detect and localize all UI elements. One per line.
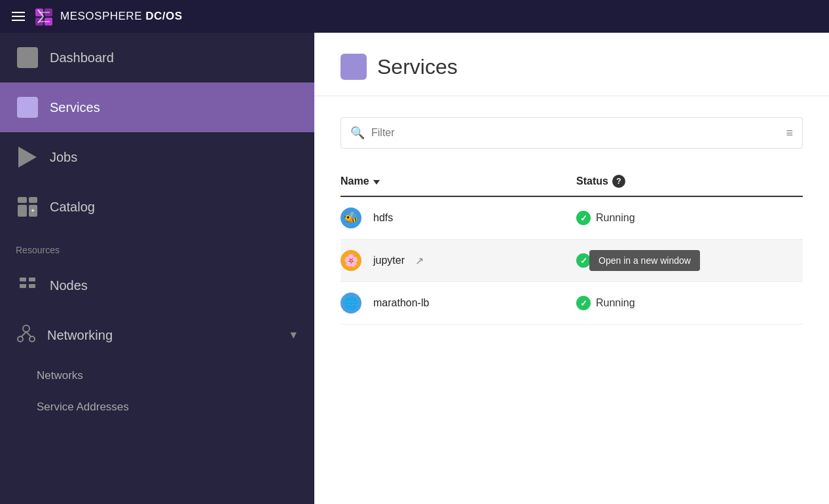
- dashboard-icon: [16, 46, 39, 69]
- sidebar-item-networking[interactable]: Networking ▼: [0, 310, 314, 360]
- filter-input[interactable]: [365, 127, 786, 139]
- service-name-cell: 🐝 hdfs: [341, 207, 576, 228]
- services-icon: [16, 96, 39, 119]
- status-text: Running: [596, 212, 635, 224]
- table-row[interactable]: 🌸 jupyter ↗︎ Running Open in a new windo…: [341, 240, 803, 282]
- svg-point-12: [29, 336, 35, 342]
- service-status-cell: Running: [576, 296, 746, 310]
- svg-rect-6: [20, 278, 26, 281]
- services-header-icon: [341, 54, 367, 80]
- service-status-cell: Running: [576, 211, 746, 225]
- status-text: Running: [596, 255, 635, 266]
- service-status-cell: Running: [576, 253, 746, 268]
- sidebar-item-label: Nodes: [50, 278, 88, 293]
- sidebar: Dashboard Services Jobs + Catalog: [0, 33, 314, 504]
- topbar: MESOSPHERE DC/OS: [0, 0, 829, 33]
- running-dot-icon: [576, 253, 591, 268]
- logo-text: MESOSPHERE DC/OS: [60, 10, 183, 23]
- svg-rect-7: [29, 278, 35, 281]
- table-header: Name Status ?: [341, 167, 803, 197]
- running-badge: Running: [576, 296, 635, 310]
- svg-line-14: [26, 332, 31, 336]
- content-area: Services 🔍 ≡ Name Statu: [314, 33, 829, 504]
- sidebar-item-label: Jobs: [50, 150, 77, 165]
- resources-label: Resources: [0, 232, 314, 261]
- running-dot-icon: [576, 296, 591, 310]
- status-help-icon[interactable]: ?: [612, 175, 625, 188]
- catalog-icon: +: [16, 195, 39, 219]
- sidebar-item-label: Catalog: [50, 200, 95, 215]
- svg-line-13: [22, 332, 26, 336]
- sidebar-sub-item-service-addresses[interactable]: Service Addresses: [0, 391, 314, 423]
- jupyter-icon: 🌸: [341, 250, 361, 271]
- sidebar-sub-item-networks[interactable]: Networks: [0, 360, 314, 391]
- app-logo: MESOSPHERE DC/OS: [34, 7, 183, 26]
- content-body: 🔍 ≡ Name Status ?: [314, 96, 829, 504]
- running-badge: Running: [576, 253, 635, 268]
- sidebar-item-catalog[interactable]: + Catalog: [0, 182, 314, 232]
- table-row[interactable]: 🌐 marathon-lb Running: [341, 282, 803, 325]
- service-name: hdfs: [373, 212, 393, 224]
- sidebar-item-label: Networking: [47, 328, 113, 343]
- status-text: Running: [596, 297, 635, 309]
- svg-rect-8: [20, 284, 26, 288]
- sidebar-item-services[interactable]: Services: [0, 82, 314, 132]
- content-header: Services: [314, 33, 829, 96]
- search-icon: 🔍: [350, 126, 365, 140]
- sidebar-item-jobs[interactable]: Jobs: [0, 132, 314, 182]
- services-table: Name Status ? 🐝 hdfs: [341, 167, 803, 325]
- service-name: marathon-lb: [373, 297, 429, 309]
- page-title: Services: [377, 55, 458, 79]
- filter-bar[interactable]: 🔍 ≡: [341, 117, 803, 149]
- hamburger-menu[interactable]: [12, 12, 25, 21]
- svg-rect-9: [29, 284, 35, 288]
- sort-icon[interactable]: ≡: [786, 126, 793, 140]
- logo-icon: [34, 7, 55, 26]
- table-row[interactable]: 🐝 hdfs Running: [341, 197, 803, 240]
- svg-point-11: [18, 336, 23, 342]
- service-name-cell: 🌐 marathon-lb: [341, 293, 576, 314]
- col-name-header[interactable]: Name: [341, 175, 576, 187]
- jobs-icon: [16, 145, 39, 169]
- running-dot-icon: [576, 211, 591, 225]
- marathon-icon: 🌐: [341, 293, 361, 314]
- networking-icon: [16, 323, 37, 348]
- running-badge: Running: [576, 211, 635, 225]
- external-link-icon[interactable]: ↗︎: [415, 255, 424, 267]
- sidebar-item-label: Services: [50, 100, 100, 115]
- sidebar-sub-item-label: Service Addresses: [37, 401, 129, 414]
- chevron-down-icon: ▼: [288, 329, 299, 341]
- nodes-icon: [16, 274, 39, 297]
- col-status-header: Status ?: [576, 175, 746, 188]
- hdfs-icon: 🐝: [341, 207, 361, 228]
- sidebar-item-dashboard[interactable]: Dashboard: [0, 33, 314, 82]
- sort-arrow-icon: [373, 180, 380, 185]
- svg-point-10: [23, 325, 29, 332]
- sidebar-item-label: Dashboard: [50, 50, 114, 65]
- sidebar-item-nodes[interactable]: Nodes: [0, 261, 314, 310]
- sidebar-sub-item-label: Networks: [37, 369, 83, 382]
- service-name: jupyter: [373, 255, 405, 266]
- service-name-cell: 🌸 jupyter ↗︎: [341, 250, 576, 271]
